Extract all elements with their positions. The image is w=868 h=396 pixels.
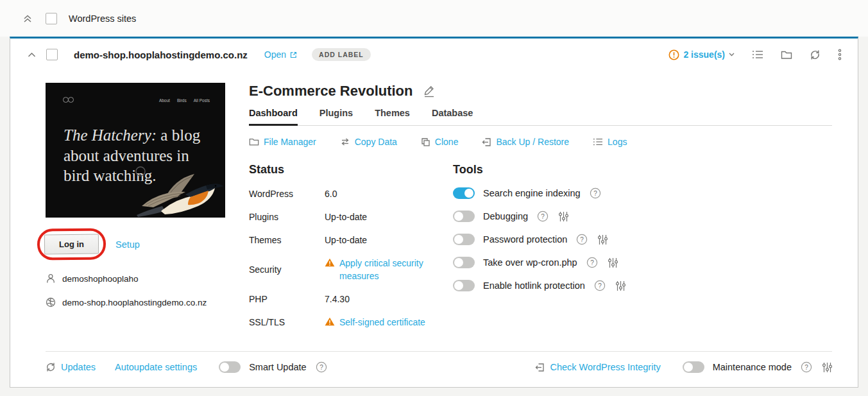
card-footer-inner: Updates Autoupdate settings Smart Update… bbox=[46, 351, 832, 387]
settings-sliders-icon[interactable] bbox=[616, 280, 625, 291]
issue-warning-icon bbox=[668, 49, 679, 60]
tab-dashboard[interactable]: Dashboard bbox=[249, 108, 298, 126]
clone-link[interactable]: Clone bbox=[421, 137, 459, 147]
kebab-menu-icon[interactable] bbox=[838, 49, 842, 60]
settings-sliders-icon[interactable] bbox=[822, 362, 832, 373]
tool-row-hotlink-protection: Enable hotlink protection ? bbox=[453, 280, 832, 291]
check-integrity-label: Check WordPress Integrity bbox=[550, 362, 660, 372]
tool-label: Debugging bbox=[483, 211, 528, 221]
status-label: WordPress bbox=[249, 189, 325, 199]
maintenance-mode-label: Maintenance mode bbox=[713, 362, 792, 372]
admin-user-row: demoshophooplaho bbox=[46, 273, 225, 284]
status-row-themes: Themes Up-to-date bbox=[249, 234, 453, 246]
status-row-security: Security Apply critical security measure… bbox=[249, 257, 453, 282]
globe-icon bbox=[46, 297, 56, 307]
clone-icon bbox=[421, 137, 430, 147]
issues-count-label: 2 issue(s) bbox=[683, 49, 725, 60]
help-icon[interactable]: ? bbox=[801, 361, 812, 373]
backup-restore-link[interactable]: Back Up / Restore bbox=[482, 137, 569, 147]
person-icon bbox=[46, 273, 56, 284]
refresh-icon bbox=[46, 362, 56, 372]
help-icon[interactable]: ? bbox=[586, 257, 598, 268]
autoupdate-settings-link[interactable]: Autoupdate settings bbox=[115, 362, 197, 372]
status-row-plugins: Plugins Up-to-date bbox=[249, 211, 453, 223]
site-title-row: E-Commerce Revolution bbox=[249, 83, 832, 99]
smart-update-toggle[interactable] bbox=[219, 361, 241, 373]
status-label: Plugins bbox=[249, 212, 325, 222]
log-in-button[interactable]: Log in bbox=[44, 234, 99, 255]
updates-label: Updates bbox=[61, 362, 96, 372]
tab-themes[interactable]: Themes bbox=[375, 108, 410, 125]
warning-triangle-icon bbox=[325, 258, 335, 267]
help-icon[interactable]: ? bbox=[316, 361, 327, 373]
tab-plugins[interactable]: Plugins bbox=[319, 108, 353, 125]
status-label: SSL/TLS bbox=[249, 317, 325, 327]
open-site-link[interactable]: Open bbox=[264, 49, 298, 60]
help-icon[interactable]: ? bbox=[537, 211, 549, 222]
settings-sliders-icon[interactable] bbox=[559, 211, 568, 222]
tool-row-debugging: Debugging ? bbox=[453, 211, 832, 222]
tool-label: Take over wp-cron.php bbox=[483, 257, 577, 268]
tool-label: Enable hotlink protection bbox=[483, 280, 585, 291]
preview-nav-item: Birds bbox=[177, 98, 187, 103]
site-title: E-Commerce Revolution bbox=[249, 83, 413, 99]
bird-illustration bbox=[129, 166, 225, 218]
site-url: demo-shop.hooplahostingdemo.co.nz bbox=[62, 298, 207, 307]
logs-label: Logs bbox=[608, 137, 627, 147]
updates-link[interactable]: Updates bbox=[46, 362, 96, 372]
search-indexing-toggle[interactable] bbox=[453, 187, 475, 199]
external-link-icon bbox=[289, 51, 298, 59]
tools-heading: Tools bbox=[453, 163, 832, 176]
issues-dropdown[interactable]: 2 issue(s) bbox=[668, 49, 735, 60]
help-icon[interactable]: ? bbox=[576, 234, 588, 245]
svg-text:?: ? bbox=[319, 364, 323, 371]
tool-label: Search engine indexing bbox=[483, 188, 581, 198]
copy-data-link[interactable]: Copy Data bbox=[340, 137, 397, 147]
group-checkbox[interactable] bbox=[46, 13, 57, 24]
collapse-all-icon[interactable] bbox=[23, 13, 32, 24]
card-header-actions: 2 issue(s) bbox=[668, 49, 842, 60]
password-protection-toggle[interactable] bbox=[453, 234, 475, 245]
file-manager-link[interactable]: File Manager bbox=[249, 137, 316, 147]
ssl-warning: Self-signed certificate bbox=[325, 316, 425, 329]
preview-nav-item: About bbox=[159, 98, 170, 103]
help-icon[interactable]: ? bbox=[590, 187, 601, 199]
copy-data-icon bbox=[340, 137, 350, 146]
copy-data-label: Copy Data bbox=[355, 137, 397, 147]
svg-text:?: ? bbox=[804, 364, 808, 371]
tool-row-search-indexing: Search engine indexing ? bbox=[453, 187, 832, 199]
quick-actions: File Manager Copy Data bbox=[249, 137, 832, 147]
preview-nav-item: All Posts bbox=[194, 98, 210, 103]
security-warning: Apply critical security measures bbox=[325, 257, 448, 282]
svg-text:?: ? bbox=[598, 282, 602, 289]
logs-link[interactable]: Logs bbox=[593, 137, 627, 147]
status-section: Status WordPress 6.0 Plugins Up-to-date … bbox=[249, 163, 453, 339]
collapse-card-icon[interactable] bbox=[28, 52, 36, 58]
setup-link[interactable]: Setup bbox=[115, 239, 140, 250]
site-summary-column: About Birds All Posts The Hatchery: a bl… bbox=[46, 83, 225, 351]
debugging-toggle[interactable] bbox=[453, 211, 475, 222]
folder-icon[interactable] bbox=[781, 50, 792, 60]
admin-username: demoshophooplaho bbox=[62, 274, 139, 284]
check-integrity-link[interactable]: Check WordPress Integrity bbox=[535, 362, 660, 372]
apply-security-link[interactable]: Apply critical security measures bbox=[339, 257, 448, 282]
site-checkbox[interactable] bbox=[46, 49, 58, 60]
tab-database[interactable]: Database bbox=[432, 108, 473, 125]
edit-pencil-icon[interactable] bbox=[423, 85, 436, 98]
settings-sliders-icon[interactable] bbox=[608, 257, 618, 268]
group-header: WordPress sites bbox=[0, 0, 868, 37]
status-value: Up-to-date bbox=[325, 212, 367, 222]
site-details-column: E-Commerce Revolution Dashboard Plugins … bbox=[249, 83, 832, 351]
preview-headline-em: The Hatchery: bbox=[64, 126, 157, 144]
add-label-button[interactable]: ADD LABEL bbox=[312, 48, 371, 61]
maintenance-mode-toggle[interactable] bbox=[683, 361, 704, 373]
status-value: Up-to-date bbox=[325, 235, 367, 245]
refresh-icon[interactable] bbox=[810, 49, 821, 60]
self-signed-cert-link[interactable]: Self-signed certificate bbox=[339, 316, 425, 329]
help-icon[interactable]: ? bbox=[594, 280, 606, 291]
settings-sliders-icon[interactable] bbox=[598, 234, 608, 245]
hotlink-protection-toggle[interactable] bbox=[453, 280, 475, 291]
details-list-icon[interactable] bbox=[752, 49, 763, 60]
wp-cron-toggle[interactable] bbox=[453, 257, 475, 268]
annotation-red-circle: Log in bbox=[37, 228, 106, 260]
